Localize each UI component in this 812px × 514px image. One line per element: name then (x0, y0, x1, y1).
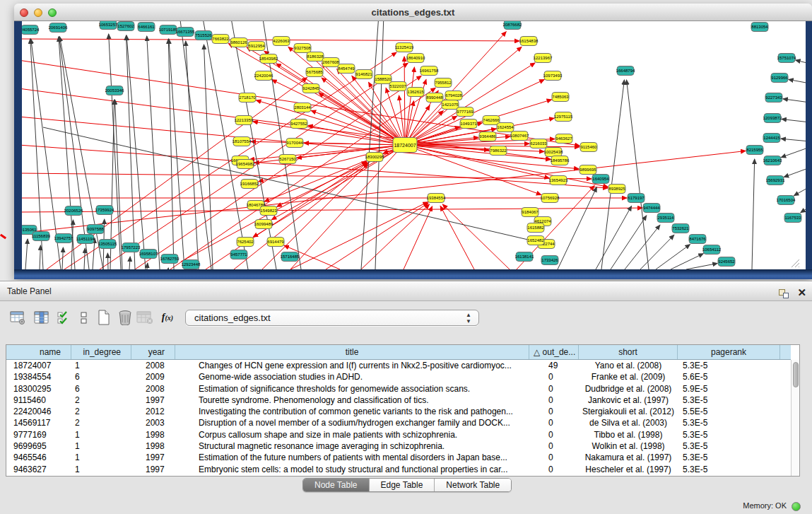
tab-node-table[interactable]: Node Table (303, 479, 369, 491)
graph-node[interactable]: 10756928 (541, 194, 560, 203)
graph-node[interactable]: 9777169 (457, 107, 473, 117)
graph-node[interactable]: 18107554 (233, 137, 252, 146)
network-canvas[interactable]: 2405572420691406106532571527602646616110… (22, 21, 806, 269)
graph-node[interactable]: 6216033 (530, 139, 547, 148)
graph-node[interactable]: 17957223 (122, 243, 141, 252)
graph-node[interactable]: 19384554 (427, 194, 446, 203)
column-header-in_degree[interactable]: in_degree (71, 345, 131, 359)
column-header-name[interactable]: name (6, 345, 71, 359)
graph-node[interactable]: 17016504 (777, 196, 796, 205)
graph-node[interactable]: 9474444 (643, 204, 660, 213)
graph-node[interactable]: 16961758 (420, 66, 439, 76)
graph-node[interactable]: 6466161 (138, 23, 155, 32)
table-row[interactable]: 1938455462009Genome-wide association stu… (6, 371, 791, 382)
graph-node[interactable]: 13505115 (98, 240, 117, 249)
graph-node[interactable]: 9227343 (765, 93, 782, 103)
graph-node[interactable]: 9146821 (355, 70, 372, 79)
graph-node[interactable]: 10653257 (99, 21, 118, 30)
graph-node[interactable]: 1652482 (527, 236, 544, 245)
graph-node[interactable]: 18300295 (365, 153, 384, 162)
row-check-icon[interactable] (55, 308, 73, 327)
graph-node[interactable]: 1049371 (460, 119, 477, 129)
graph-node[interactable]: 13654923 (549, 176, 568, 185)
graph-node[interactable]: 12923448 (182, 260, 201, 269)
graph-node[interactable]: 18495786 (551, 156, 570, 165)
graph-node[interactable]: 9245652 (718, 257, 735, 267)
graph-node[interactable]: 19166852 (240, 180, 259, 189)
graph-node[interactable]: 15716485 (281, 252, 300, 262)
column-header-title[interactable]: title (175, 345, 529, 359)
graph-node[interactable]: 8186328 (307, 52, 324, 62)
graph-node[interactable]: 5322037 (389, 82, 406, 91)
column-header-short[interactable]: short (579, 345, 678, 359)
graph-node[interactable]: 9899695 (579, 165, 596, 175)
graph-node[interactable]: 18724007 (393, 138, 417, 153)
graph-node[interactable]: 9129966 (771, 74, 788, 83)
graph-node[interactable]: 8813054 (751, 23, 768, 32)
citation-graph[interactable]: 2405572420691406106532571527602646616110… (22, 21, 806, 269)
table-settings-icon[interactable] (8, 308, 27, 327)
graph-node[interactable]: 7955812 (435, 78, 452, 88)
graph-node[interactable]: 18640910 (406, 54, 425, 63)
table-row[interactable]: 946362711997Embryonic stem cells: a mode… (6, 464, 791, 475)
graph-node[interactable]: 5267150 (279, 155, 296, 164)
trash-icon[interactable] (116, 308, 134, 327)
graph-node[interactable]: 6794028 (445, 91, 462, 100)
graph-node[interactable]: 7986322 (490, 146, 507, 156)
graph-node[interactable]: 8454749 (338, 64, 355, 74)
memory-indicator[interactable] (792, 502, 801, 511)
tab-network-table[interactable]: Network Table (434, 479, 511, 491)
graph-node[interactable]: 15692931 (766, 176, 785, 185)
graph-node[interactable]: 8215955 (746, 146, 763, 155)
graph-node[interactable]: 22420046 (254, 71, 273, 81)
column-header-year[interactable]: year (131, 345, 175, 359)
column-header-pagerank[interactable]: pagerank (678, 345, 780, 359)
graph-node[interactable]: 12213967 (534, 54, 553, 63)
graph-node[interactable]: 15751074 (777, 54, 796, 63)
delete-table-icon[interactable] (136, 308, 154, 327)
graph-node[interactable]: 11156839 (32, 232, 50, 241)
graph-node[interactable]: 1624554 (497, 123, 514, 132)
graph-node[interactable]: 16210643 (763, 156, 782, 165)
graph-node[interactable]: 16958107 (139, 250, 158, 259)
table-row[interactable]: 911546021997Tourette syndrome. Phenomeno… (6, 395, 791, 406)
graph-node[interactable]: 9242845 (302, 84, 319, 93)
table-row[interactable]: 969969511998Structural magnetic resonanc… (6, 440, 791, 452)
table-row[interactable]: 1456911722003Disruption of a novel membe… (6, 417, 791, 428)
graph-node[interactable]: 5675685 (306, 68, 323, 77)
graph-node[interactable]: 8938925 (608, 185, 625, 194)
graph-node[interactable]: 16782759 (160, 255, 180, 264)
resize-grip-icon[interactable] (789, 257, 804, 268)
graph-node[interactable]: 2667608 (322, 58, 339, 67)
graph-node[interactable]: 9115460 (580, 143, 597, 152)
graph-node[interactable]: 16671355 (176, 28, 195, 37)
graph-node[interactable]: 19654982 (236, 160, 255, 169)
graph-node[interactable]: 6179197 (628, 194, 645, 203)
graph-node[interactable]: 1421075 (442, 100, 459, 110)
graph-node[interactable]: 1615882 (527, 223, 544, 233)
graph-node[interactable]: 8990448 (426, 93, 443, 103)
graph-node[interactable]: 1588520 (375, 75, 392, 84)
table-row[interactable]: 977716911998Corpus callosum shape and si… (6, 429, 791, 440)
graph-node[interactable]: 7663822 (212, 35, 229, 44)
graph-node[interactable]: 10807467 (510, 132, 529, 141)
graph-node[interactable]: 5912954 (248, 42, 265, 51)
graph-node[interactable]: 4226063 (273, 37, 290, 46)
new-file-icon[interactable] (95, 308, 113, 327)
tab-edge-table[interactable]: Edge Table (369, 479, 435, 491)
graph-node[interactable]: 20053346 (105, 86, 124, 95)
graph-node[interactable]: 8471676 (689, 235, 706, 244)
table-row[interactable]: 946554611997Estimation of the future num… (6, 452, 791, 463)
graph-node[interactable]: 10973493 (543, 71, 563, 81)
column-header-out_de[interactable]: △ out_de... (529, 345, 579, 359)
graph-node[interactable]: 7625402 (237, 238, 254, 247)
function-icon[interactable]: f(x) (158, 308, 177, 327)
table-row[interactable]: 1830029562008Estimation of significance … (6, 383, 791, 395)
graph-node[interactable]: 9184067 (522, 208, 539, 217)
graph-node[interactable]: 20206526 (64, 206, 83, 216)
graph-node[interactable]: 6914479 (267, 238, 284, 247)
close-panel-icon[interactable]: ✕ (797, 287, 806, 298)
column-view-icon[interactable] (33, 308, 51, 327)
graph-node[interactable]: 16138141 (515, 252, 534, 262)
float-panel-icon[interactable] (779, 289, 789, 298)
